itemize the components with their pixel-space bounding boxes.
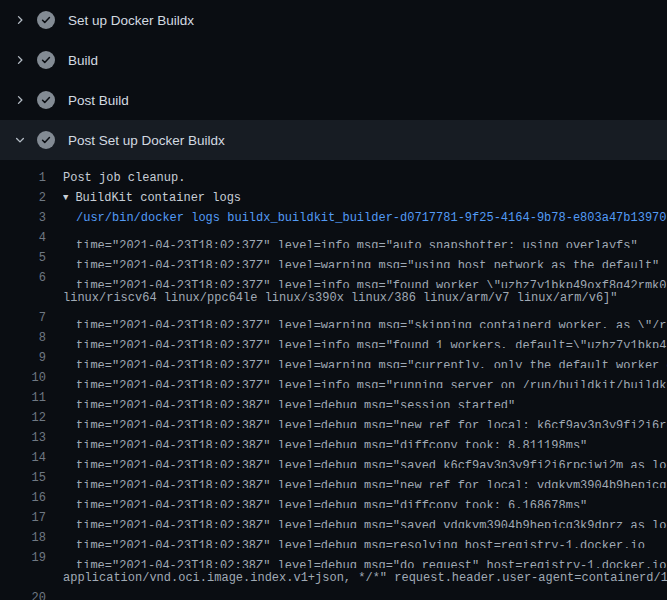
step-header-post-build[interactable]: Post Build xyxy=(0,80,667,120)
line-number[interactable]: 8 xyxy=(0,328,46,348)
line-number[interactable]: 9 xyxy=(0,348,46,368)
log-line: linux/riscv64 linux/ppc64le linux/s390x … xyxy=(0,288,667,308)
log-line: 13time="2021-04-23T18:02:38Z" level=debu… xyxy=(0,428,667,448)
line-number xyxy=(0,288,46,308)
log-line: 12time="2021-04-23T18:02:38Z" level=debu… xyxy=(0,408,667,428)
log-line: 4time="2021-04-23T18:02:37Z" level=info … xyxy=(0,228,667,248)
log-line-text: time="2021-04-23T18:02:37Z" level=info m… xyxy=(63,228,667,248)
actions-log-viewer: Set up Docker BuildxBuildPost BuildPost … xyxy=(0,0,667,600)
log-line-text: linux/riscv64 linux/ppc64le linux/s390x … xyxy=(63,288,667,308)
log-line: 8time="2021-04-23T18:02:37Z" level=info … xyxy=(0,328,667,348)
line-number[interactable]: 4 xyxy=(0,228,46,248)
step-title: Post Set up Docker Buildx xyxy=(68,133,225,148)
log-line: 17time="2021-04-23T18:02:38Z" level=debu… xyxy=(0,508,667,528)
check-circle-icon xyxy=(37,91,55,109)
log-line-text: time="2021-04-23T18:02:38Z" level=debug … xyxy=(63,408,667,428)
log-line-text: application/vnd.oci.image.index.v1+json,… xyxy=(63,568,667,588)
line-number[interactable]: 15 xyxy=(0,468,46,488)
log-line-text: time="2021-04-23T18:02:38Z" level=debug … xyxy=(63,588,667,600)
log-line: 14time="2021-04-23T18:02:38Z" level=debu… xyxy=(0,448,667,468)
step-list: Set up Docker BuildxBuildPost BuildPost … xyxy=(0,0,667,160)
line-number[interactable]: 10 xyxy=(0,368,46,388)
log-line: 5time="2021-04-23T18:02:37Z" level=warni… xyxy=(0,248,667,268)
log-line: 15time="2021-04-23T18:02:38Z" level=debu… xyxy=(0,468,667,488)
log-line-text: time="2021-04-23T18:02:38Z" level=debug … xyxy=(63,488,667,508)
log-line-text: time="2021-04-23T18:02:38Z" level=debug … xyxy=(63,448,667,468)
chevron-right-icon[interactable] xyxy=(12,12,28,28)
log-line-text: time="2021-04-23T18:02:38Z" level=debug … xyxy=(63,388,667,408)
step-title: Post Build xyxy=(68,93,129,108)
log-line: application/vnd.oci.image.index.v1+json,… xyxy=(0,568,667,588)
log-line: 19time="2021-04-23T18:02:38Z" level=debu… xyxy=(0,548,667,568)
log-line-text: Post job cleanup. xyxy=(63,168,667,188)
log-line: 6time="2021-04-23T18:02:37Z" level=info … xyxy=(0,268,667,288)
line-number[interactable]: 2 xyxy=(0,188,46,208)
line-number[interactable]: 13 xyxy=(0,428,46,448)
step-header-set-up-docker-buildx[interactable]: Set up Docker Buildx xyxy=(0,0,667,40)
log-area: 1Post job cleanup.2▼BuildKit container l… xyxy=(0,160,667,600)
log-group-title-text: BuildKit container logs xyxy=(75,191,241,205)
log-line-text: time="2021-04-23T18:02:38Z" level=debug … xyxy=(63,508,667,528)
log-line: 18time="2021-04-23T18:02:38Z" level=debu… xyxy=(0,528,667,548)
log-line: 11time="2021-04-23T18:02:38Z" level=debu… xyxy=(0,388,667,408)
log-line-text: time="2021-04-23T18:02:37Z" level=warnin… xyxy=(63,248,667,268)
log-line-text: time="2021-04-23T18:02:38Z" level=debug … xyxy=(63,528,667,548)
line-number[interactable]: 20 xyxy=(0,588,46,600)
log-line: 16time="2021-04-23T18:02:38Z" level=debu… xyxy=(0,488,667,508)
group-toggle-icon[interactable]: ▼ xyxy=(63,188,68,208)
log-line: 2▼BuildKit container logs xyxy=(0,188,667,208)
chevron-right-icon[interactable] xyxy=(12,92,28,108)
line-number[interactable]: 3 xyxy=(0,208,46,228)
log-line: 10time="2021-04-23T18:02:37Z" level=info… xyxy=(0,368,667,388)
log-group-title[interactable]: ▼BuildKit container logs xyxy=(63,188,667,208)
line-number xyxy=(0,568,46,588)
log-line-text: time="2021-04-23T18:02:37Z" level=info m… xyxy=(63,268,667,288)
check-circle-icon xyxy=(37,11,55,29)
line-number[interactable]: 18 xyxy=(0,528,46,548)
log-line: 9time="2021-04-23T18:02:37Z" level=warni… xyxy=(0,348,667,368)
log-command-text: /usr/bin/docker logs buildx_buildkit_bui… xyxy=(63,208,667,228)
log-line-text: time="2021-04-23T18:02:37Z" level=info m… xyxy=(63,368,667,388)
log-line-text: time="2021-04-23T18:02:37Z" level=warnin… xyxy=(63,348,667,368)
line-number[interactable]: 16 xyxy=(0,488,46,508)
line-number[interactable]: 1 xyxy=(0,168,46,188)
log-line: 7time="2021-04-23T18:02:37Z" level=warni… xyxy=(0,308,667,328)
chevron-right-icon[interactable] xyxy=(12,52,28,68)
line-number[interactable]: 17 xyxy=(0,508,46,528)
line-number[interactable]: 6 xyxy=(0,268,46,288)
log-line: 3/usr/bin/docker logs buildx_buildkit_bu… xyxy=(0,208,667,228)
line-number[interactable]: 7 xyxy=(0,308,46,328)
step-title: Set up Docker Buildx xyxy=(68,13,194,28)
check-circle-icon xyxy=(37,131,55,149)
step-header-build[interactable]: Build xyxy=(0,40,667,80)
line-number[interactable]: 5 xyxy=(0,248,46,268)
log-line: 20time="2021-04-23T18:02:38Z" level=debu… xyxy=(0,588,667,600)
log-line-text: time="2021-04-23T18:02:37Z" level=warnin… xyxy=(63,308,667,328)
line-number[interactable]: 12 xyxy=(0,408,46,428)
line-number[interactable]: 19 xyxy=(0,548,46,568)
step-header-post-set-up-docker-buildx[interactable]: Post Set up Docker Buildx xyxy=(0,120,667,160)
log-line-text: time="2021-04-23T18:02:37Z" level=info m… xyxy=(63,328,667,348)
chevron-down-icon[interactable] xyxy=(12,132,28,148)
step-title: Build xyxy=(68,53,98,68)
log-line: 1Post job cleanup. xyxy=(0,168,667,188)
log-line-text: time="2021-04-23T18:02:38Z" level=debug … xyxy=(63,548,667,568)
log-line-text: time="2021-04-23T18:02:38Z" level=debug … xyxy=(63,428,667,448)
line-number[interactable]: 14 xyxy=(0,448,46,468)
log-line-text: time="2021-04-23T18:02:38Z" level=debug … xyxy=(63,468,667,488)
line-number[interactable]: 11 xyxy=(0,388,46,408)
check-circle-icon xyxy=(37,51,55,69)
